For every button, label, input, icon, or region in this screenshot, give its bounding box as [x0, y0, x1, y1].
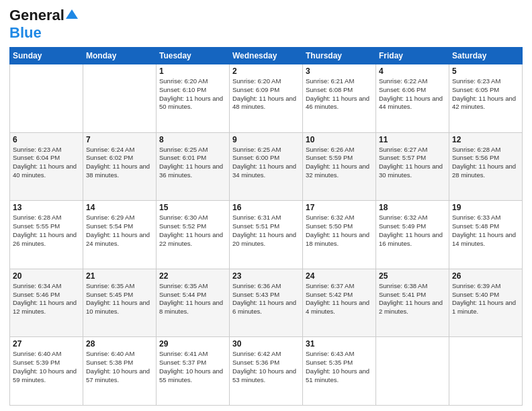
- empty-cell: [83, 64, 157, 133]
- day-number: 21: [86, 271, 153, 281]
- day-info: Sunrise: 6:29 AM Sunset: 5:54 PM Dayligh…: [86, 214, 153, 248]
- day-cell-24: 24Sunrise: 6:37 AM Sunset: 5:42 PM Dayli…: [303, 269, 376, 337]
- day-cell-12: 12Sunrise: 6:28 AM Sunset: 5:56 PM Dayli…: [449, 132, 523, 201]
- day-cell-27: 27Sunrise: 6:40 AM Sunset: 5:39 PM Dayli…: [10, 337, 83, 406]
- day-info: Sunrise: 6:33 AM Sunset: 5:48 PM Dayligh…: [452, 214, 519, 248]
- day-info: Sunrise: 6:37 AM Sunset: 5:42 PM Dayligh…: [306, 282, 373, 316]
- day-number: 25: [379, 271, 446, 281]
- day-cell-18: 18Sunrise: 6:32 AM Sunset: 5:49 PM Dayli…: [376, 201, 449, 269]
- day-cell-10: 10Sunrise: 6:26 AM Sunset: 5:59 PM Dayli…: [303, 132, 376, 201]
- day-number: 16: [232, 203, 300, 212]
- week-row-2: 6Sunrise: 6:23 AM Sunset: 6:04 PM Daylig…: [10, 132, 523, 201]
- day-cell-5: 5Sunrise: 6:23 AM Sunset: 6:05 PM Daylig…: [449, 64, 523, 133]
- day-number: 2: [232, 66, 300, 76]
- day-cell-20: 20Sunrise: 6:34 AM Sunset: 5:46 PM Dayli…: [10, 269, 83, 337]
- day-number: 27: [13, 339, 80, 349]
- day-info: Sunrise: 6:38 AM Sunset: 5:41 PM Dayligh…: [379, 282, 446, 316]
- day-number: 24: [306, 271, 373, 281]
- day-cell-4: 4Sunrise: 6:22 AM Sunset: 6:06 PM Daylig…: [376, 64, 449, 133]
- day-number: 3: [306, 66, 373, 76]
- day-info: Sunrise: 6:26 AM Sunset: 5:59 PM Dayligh…: [306, 146, 373, 180]
- page: General Blue SundayMondayTuesdayWednesda…: [0, 0, 532, 411]
- day-info: Sunrise: 6:32 AM Sunset: 5:50 PM Dayligh…: [306, 214, 373, 248]
- day-info: Sunrise: 6:34 AM Sunset: 5:46 PM Dayligh…: [13, 282, 80, 316]
- day-number: 7: [86, 135, 153, 144]
- day-info: Sunrise: 6:27 AM Sunset: 5:57 PM Dayligh…: [379, 146, 446, 180]
- day-cell-15: 15Sunrise: 6:30 AM Sunset: 5:52 PM Dayli…: [157, 201, 230, 269]
- day-number: 13: [13, 203, 80, 212]
- logo: General Blue: [9, 7, 78, 42]
- day-cell-17: 17Sunrise: 6:32 AM Sunset: 5:50 PM Dayli…: [303, 201, 376, 269]
- day-cell-1: 1Sunrise: 6:20 AM Sunset: 6:10 PM Daylig…: [157, 64, 230, 133]
- calendar-table: SundayMondayTuesdayWednesdayThursdayFrid…: [9, 47, 523, 406]
- day-info: Sunrise: 6:30 AM Sunset: 5:52 PM Dayligh…: [159, 214, 226, 248]
- day-cell-16: 16Sunrise: 6:31 AM Sunset: 5:51 PM Dayli…: [230, 201, 303, 269]
- day-number: 9: [232, 135, 300, 144]
- day-info: Sunrise: 6:36 AM Sunset: 5:43 PM Dayligh…: [232, 282, 300, 316]
- empty-cell: [376, 337, 449, 406]
- day-info: Sunrise: 6:42 AM Sunset: 5:36 PM Dayligh…: [232, 350, 300, 384]
- day-number: 10: [306, 135, 373, 144]
- day-cell-13: 13Sunrise: 6:28 AM Sunset: 5:55 PM Dayli…: [10, 201, 83, 269]
- day-info: Sunrise: 6:23 AM Sunset: 6:05 PM Dayligh…: [452, 77, 519, 111]
- weekday-header-tuesday: Tuesday: [157, 48, 230, 64]
- day-cell-9: 9Sunrise: 6:25 AM Sunset: 6:00 PM Daylig…: [230, 132, 303, 201]
- day-cell-2: 2Sunrise: 6:20 AM Sunset: 6:09 PM Daylig…: [230, 64, 303, 133]
- day-info: Sunrise: 6:20 AM Sunset: 6:09 PM Dayligh…: [232, 77, 300, 111]
- day-info: Sunrise: 6:24 AM Sunset: 6:02 PM Dayligh…: [86, 146, 153, 180]
- weekday-header-saturday: Saturday: [449, 48, 523, 64]
- day-info: Sunrise: 6:28 AM Sunset: 5:56 PM Dayligh…: [452, 146, 519, 180]
- day-number: 22: [159, 271, 226, 281]
- day-info: Sunrise: 6:39 AM Sunset: 5:40 PM Dayligh…: [452, 282, 519, 316]
- day-cell-28: 28Sunrise: 6:40 AM Sunset: 5:38 PM Dayli…: [83, 337, 157, 406]
- day-cell-7: 7Sunrise: 6:24 AM Sunset: 6:02 PM Daylig…: [83, 132, 157, 201]
- day-cell-14: 14Sunrise: 6:29 AM Sunset: 5:54 PM Dayli…: [83, 201, 157, 269]
- weekday-header-wednesday: Wednesday: [230, 48, 303, 64]
- logo-blue: Blue: [9, 24, 42, 41]
- day-number: 11: [379, 135, 446, 144]
- day-cell-21: 21Sunrise: 6:35 AM Sunset: 5:45 PM Dayli…: [83, 269, 157, 337]
- day-info: Sunrise: 6:25 AM Sunset: 6:01 PM Dayligh…: [159, 146, 226, 180]
- day-number: 20: [13, 271, 80, 281]
- day-info: Sunrise: 6:21 AM Sunset: 6:08 PM Dayligh…: [306, 77, 373, 111]
- day-info: Sunrise: 6:40 AM Sunset: 5:38 PM Dayligh…: [86, 350, 153, 384]
- day-info: Sunrise: 6:35 AM Sunset: 5:44 PM Dayligh…: [159, 282, 226, 316]
- day-cell-8: 8Sunrise: 6:25 AM Sunset: 6:01 PM Daylig…: [157, 132, 230, 201]
- weekday-header-monday: Monday: [83, 48, 157, 64]
- day-cell-31: 31Sunrise: 6:43 AM Sunset: 5:35 PM Dayli…: [303, 337, 376, 406]
- week-row-1: 1Sunrise: 6:20 AM Sunset: 6:10 PM Daylig…: [10, 64, 523, 133]
- day-number: 26: [452, 271, 519, 281]
- day-info: Sunrise: 6:25 AM Sunset: 6:00 PM Dayligh…: [232, 146, 300, 180]
- day-cell-22: 22Sunrise: 6:35 AM Sunset: 5:44 PM Dayli…: [157, 269, 230, 337]
- day-number: 31: [306, 339, 373, 349]
- empty-cell: [10, 64, 83, 133]
- day-info: Sunrise: 6:41 AM Sunset: 5:37 PM Dayligh…: [159, 350, 226, 384]
- day-info: Sunrise: 6:35 AM Sunset: 5:45 PM Dayligh…: [86, 282, 153, 316]
- day-info: Sunrise: 6:23 AM Sunset: 6:04 PM Dayligh…: [13, 146, 80, 180]
- day-cell-6: 6Sunrise: 6:23 AM Sunset: 6:04 PM Daylig…: [10, 132, 83, 201]
- day-cell-29: 29Sunrise: 6:41 AM Sunset: 5:37 PM Dayli…: [157, 337, 230, 406]
- day-number: 15: [159, 203, 226, 212]
- day-cell-19: 19Sunrise: 6:33 AM Sunset: 5:48 PM Dayli…: [449, 201, 523, 269]
- day-cell-3: 3Sunrise: 6:21 AM Sunset: 6:08 PM Daylig…: [303, 64, 376, 133]
- day-info: Sunrise: 6:22 AM Sunset: 6:06 PM Dayligh…: [379, 77, 446, 111]
- day-number: 30: [232, 339, 300, 349]
- day-number: 4: [379, 66, 446, 76]
- logo-general: General: [9, 7, 64, 24]
- day-cell-26: 26Sunrise: 6:39 AM Sunset: 5:40 PM Dayli…: [449, 269, 523, 337]
- day-info: Sunrise: 6:40 AM Sunset: 5:39 PM Dayligh…: [13, 350, 80, 384]
- svg-marker-0: [66, 9, 78, 19]
- day-number: 18: [379, 203, 446, 212]
- day-number: 14: [86, 203, 153, 212]
- day-number: 8: [159, 135, 226, 144]
- day-cell-25: 25Sunrise: 6:38 AM Sunset: 5:41 PM Dayli…: [376, 269, 449, 337]
- day-number: 1: [159, 66, 226, 76]
- day-info: Sunrise: 6:28 AM Sunset: 5:55 PM Dayligh…: [13, 214, 80, 248]
- day-info: Sunrise: 6:43 AM Sunset: 5:35 PM Dayligh…: [306, 350, 373, 384]
- day-number: 29: [159, 339, 226, 349]
- day-number: 28: [86, 339, 153, 349]
- weekday-header-sunday: Sunday: [10, 48, 83, 64]
- day-number: 23: [232, 271, 300, 281]
- day-cell-23: 23Sunrise: 6:36 AM Sunset: 5:43 PM Dayli…: [230, 269, 303, 337]
- week-row-4: 20Sunrise: 6:34 AM Sunset: 5:46 PM Dayli…: [10, 269, 523, 337]
